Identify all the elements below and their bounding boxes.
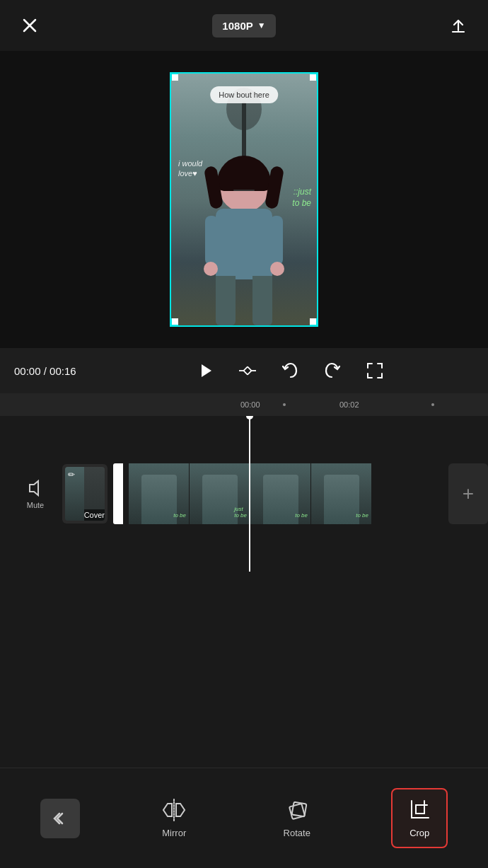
frame-text-1: to be xyxy=(173,512,186,519)
time-separator: / xyxy=(44,365,50,377)
svg-rect-5 xyxy=(243,366,251,374)
trim-handle-left[interactable] xyxy=(113,463,123,524)
keyframe-button[interactable] xyxy=(236,359,259,382)
crop-handle-bl[interactable] xyxy=(170,318,178,327)
ruler-dot-1 xyxy=(283,403,286,406)
frame-text-3: to be xyxy=(295,512,308,519)
crop-handle-tl[interactable] xyxy=(170,72,178,81)
overlay-text2-content: ::justto be xyxy=(292,187,311,208)
overlay-text-2: ::justto be xyxy=(292,187,311,209)
resolution-label: 1080P xyxy=(222,20,252,32)
rotate-label: Rotate xyxy=(284,828,310,838)
cover-thumbnail: Cover ✏ xyxy=(65,467,105,521)
ruler-dot-2 xyxy=(431,403,434,406)
video-strip-frame-4: to be xyxy=(311,463,372,524)
video-strip-frame-3: to be xyxy=(250,463,311,524)
speech-bubble: How bout here xyxy=(210,86,278,103)
video-preview-area: How bout here xyxy=(0,51,488,348)
playback-controls xyxy=(106,359,474,382)
resolution-button[interactable]: 1080P ▼ xyxy=(212,14,275,37)
cover-edit-icon: ✏ xyxy=(68,470,75,480)
dropdown-arrow-icon: ▼ xyxy=(257,21,266,30)
redo-button[interactable] xyxy=(321,359,344,382)
mirror-label: Mirror xyxy=(162,828,186,838)
playhead xyxy=(249,416,250,572)
video-frame: How bout here xyxy=(170,72,318,327)
time-display: 00:00 / 00:16 xyxy=(14,365,106,377)
timeline-track: Mute Cover ✏ to be justto be xyxy=(0,416,488,572)
overlay-text-1: i wouldlove♥ xyxy=(178,158,202,179)
svg-marker-8 xyxy=(30,481,38,495)
mute-button[interactable]: Mute xyxy=(14,478,57,509)
ruler-tick-0: 00:00 xyxy=(240,400,260,409)
play-button[interactable] xyxy=(194,359,216,382)
frame-text-4: to be xyxy=(356,512,368,519)
time-total: 00:16 xyxy=(50,365,76,377)
bubble-text: How bout here xyxy=(219,91,269,99)
upload-button[interactable] xyxy=(446,13,471,38)
close-button[interactable] xyxy=(17,13,42,38)
plus-icon: + xyxy=(463,482,474,505)
ruler-tick-1: 00:02 xyxy=(339,400,359,409)
undo-button[interactable] xyxy=(279,359,301,382)
back-button[interactable] xyxy=(40,799,80,838)
video-strip-frame-2: justto be xyxy=(190,463,250,524)
time-current: 00:00 xyxy=(14,365,41,377)
crop-tool[interactable]: Crop xyxy=(391,788,448,848)
overlay-text1-content: i wouldlove♥ xyxy=(178,159,202,178)
timeline-area: Mute Cover ✏ to be justto be xyxy=(0,416,488,572)
svg-marker-4 xyxy=(202,364,211,377)
playback-controls-area: 00:00 / 00:16 xyxy=(0,348,488,393)
timeline-ruler: 00:00 00:02 xyxy=(0,393,488,416)
cover-label: Cover xyxy=(84,509,105,521)
fullscreen-button[interactable] xyxy=(364,359,386,382)
crop-handle-br[interactable] xyxy=(310,318,318,327)
video-strip-frame-1: to be xyxy=(129,463,190,524)
mute-label: Mute xyxy=(27,501,44,509)
cover-button[interactable]: Cover ✏ xyxy=(62,464,108,523)
frame-text-2: justto be xyxy=(234,506,247,519)
header: 1080P ▼ xyxy=(0,0,488,51)
mirror-tool[interactable]: Mirror xyxy=(146,789,202,847)
add-clip-button[interactable]: + xyxy=(448,463,488,524)
crop-label: Crop xyxy=(409,828,429,838)
crop-handle-tr[interactable] xyxy=(310,72,318,81)
video-frame-inner: How bout here xyxy=(171,74,317,325)
rotate-tool[interactable]: Rotate xyxy=(269,789,325,847)
video-strip: to be justto be to be to be xyxy=(129,463,440,524)
bottom-toolbar: Mirror Rotate Crop xyxy=(0,768,488,868)
